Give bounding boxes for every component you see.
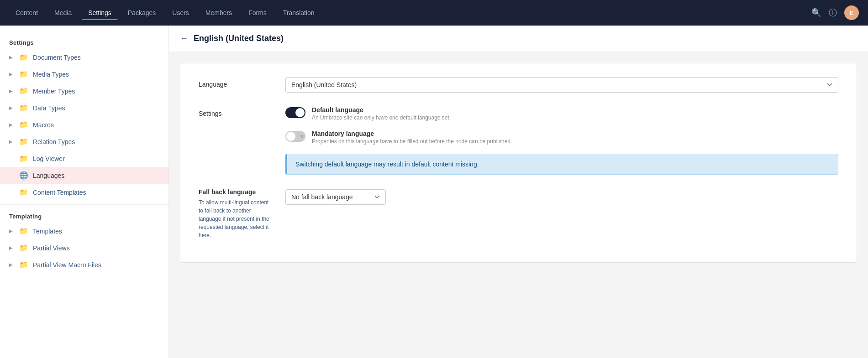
fallback-row: Fall back language To allow multi-lingua…: [199, 188, 838, 239]
nav-forms[interactable]: Forms: [242, 5, 273, 20]
default-language-text: Default language An Umbraco site can onl…: [312, 106, 451, 121]
folder-icon: 📁: [19, 188, 28, 197]
chevron-icon: ▶: [9, 228, 13, 233]
fallback-control: No fall back language: [285, 188, 386, 205]
chevron-icon: ▶: [9, 72, 13, 77]
nav-content[interactable]: Content: [9, 5, 44, 20]
sidebar-item-document-types[interactable]: ▶ 📁 Document Types: [0, 49, 168, 66]
default-toggle-track[interactable]: [285, 107, 305, 118]
nav-users[interactable]: Users: [166, 5, 195, 20]
fallback-select[interactable]: No fall back language: [285, 189, 386, 205]
search-icon[interactable]: 🔍: [811, 8, 821, 18]
mandatory-language-description: Properties on this language have to be f…: [312, 138, 512, 145]
sidebar-label-partial-views: Partial Views: [33, 244, 70, 252]
sidebar-label-log-viewer: Log Viewer: [33, 155, 65, 162]
fallback-description: To allow multi-lingual content to fall b…: [199, 198, 272, 239]
chevron-icon: ▶: [9, 139, 13, 144]
form-panel: Language English (United States) Setting…: [180, 63, 857, 263]
fallback-label-col: Fall back language To allow multi-lingua…: [199, 188, 272, 239]
sidebar-label-content-templates: Content Templates: [33, 189, 86, 196]
globe-icon: 🌐: [19, 171, 28, 180]
language-control: English (United States): [285, 77, 838, 93]
top-navigation: Content Media Settings Packages Users Me…: [0, 0, 868, 26]
nav-members[interactable]: Members: [199, 5, 238, 20]
mandatory-language-label: Mandatory language: [312, 130, 374, 137]
info-banner: Switching default language may result in…: [285, 154, 838, 175]
sidebar-label-media-types: Media Types: [33, 71, 69, 78]
content-area: ← English (United States) Language Engli…: [169, 26, 868, 358]
language-label: Language: [199, 77, 272, 88]
sidebar-label-data-types: Data Types: [33, 104, 65, 112]
sidebar-label-templates: Templates: [33, 228, 62, 235]
back-button[interactable]: ←: [180, 34, 188, 43]
chevron-icon: ▶: [9, 245, 13, 250]
folder-icon: 📁: [19, 244, 28, 252]
fallback-label: Fall back language: [199, 188, 272, 196]
sidebar-item-templates[interactable]: ▶ 📁 Templates: [0, 223, 168, 239]
default-toggle-thumb: [295, 108, 305, 117]
page-title: English (United States): [194, 34, 284, 43]
chevron-icon: ▶: [9, 55, 13, 60]
sidebar-item-languages[interactable]: ▶ 🌐 Languages: [0, 167, 168, 184]
nav-media[interactable]: Media: [48, 5, 78, 20]
user-avatar[interactable]: E: [844, 5, 859, 20]
mandatory-language-text: Mandatory language Properties on this la…: [312, 130, 512, 145]
default-language-label: Default language: [312, 106, 363, 114]
mandatory-toggle-thumb: [286, 132, 295, 141]
sidebar-item-log-viewer[interactable]: ▶ 📁 Log Viewer: [0, 150, 168, 167]
sidebar-item-relation-types[interactable]: ▶ 📁 Relation Types: [0, 133, 168, 150]
mandatory-language-toggle[interactable]: ✕: [285, 131, 305, 142]
sidebar-divider: [0, 204, 168, 205]
sidebar-item-partial-views[interactable]: ▶ 📁 Partial Views: [0, 239, 168, 256]
chevron-icon: ▶: [9, 122, 13, 127]
help-icon[interactable]: ⓘ: [829, 7, 837, 18]
folder-icon: 📁: [19, 70, 28, 78]
folder-icon: 📁: [19, 87, 28, 95]
folder-icon: 📁: [19, 104, 28, 112]
settings-section-title: Settings: [0, 35, 168, 49]
sidebar-item-partial-view-macro-files[interactable]: ▶ 📁 Partial View Macro Files: [0, 256, 168, 273]
main-layout: Settings ▶ 📁 Document Types ▶ 📁 Media Ty…: [0, 26, 868, 358]
sidebar-label-relation-types: Relation Types: [33, 138, 75, 145]
sidebar-label-languages: Languages: [33, 172, 64, 179]
mandatory-language-toggle-row: ✕ Mandatory language Properties on this …: [285, 130, 838, 145]
chevron-icon: ▶: [9, 105, 13, 110]
nav-translation[interactable]: Translation: [277, 5, 321, 20]
sidebar-item-data-types[interactable]: ▶ 📁 Data Types: [0, 99, 168, 116]
folder-icon: 📁: [19, 137, 28, 146]
language-row: Language English (United States): [199, 77, 838, 93]
folder-icon: 📁: [19, 120, 28, 129]
sidebar: Settings ▶ 📁 Document Types ▶ 📁 Media Ty…: [0, 26, 169, 358]
nav-settings[interactable]: Settings: [82, 5, 118, 20]
settings-control: Default language An Umbraco site can onl…: [285, 106, 838, 175]
page-header: ← English (United States): [169, 26, 868, 52]
chevron-icon: ▶: [9, 262, 13, 267]
templating-section-title: Templating: [0, 208, 168, 223]
mandatory-toggle-track[interactable]: ✕: [285, 131, 305, 142]
settings-label: Settings: [199, 106, 272, 117]
folder-icon: 📁: [19, 154, 28, 163]
sidebar-item-macros[interactable]: ▶ 📁 Macros: [0, 116, 168, 133]
default-language-toggle[interactable]: [285, 107, 305, 118]
sidebar-label-partial-view-macro-files: Partial View Macro Files: [33, 261, 101, 269]
settings-row: Settings Default language An Umb: [199, 106, 838, 175]
sidebar-item-media-types[interactable]: ▶ 📁 Media Types: [0, 66, 168, 83]
chevron-icon: ▶: [9, 88, 13, 93]
sidebar-label-macros: Macros: [33, 121, 54, 129]
folder-icon: 📁: [19, 227, 28, 235]
sidebar-item-member-types[interactable]: ▶ 📁 Member Types: [0, 83, 168, 99]
folder-icon: 📁: [19, 53, 28, 62]
sidebar-item-content-templates[interactable]: ▶ 📁 Content Templates: [0, 184, 168, 201]
nav-packages[interactable]: Packages: [121, 5, 162, 20]
sidebar-label-document-types: Document Types: [33, 54, 81, 61]
default-language-toggle-row: Default language An Umbraco site can onl…: [285, 106, 838, 121]
default-language-description: An Umbraco site can only have one defaul…: [312, 114, 451, 121]
language-select[interactable]: English (United States): [285, 77, 838, 93]
form-container: Language English (United States) Setting…: [169, 52, 868, 274]
folder-icon: 📁: [19, 260, 28, 269]
toggle-x-icon: ✕: [300, 134, 304, 139]
sidebar-label-member-types: Member Types: [33, 88, 75, 95]
